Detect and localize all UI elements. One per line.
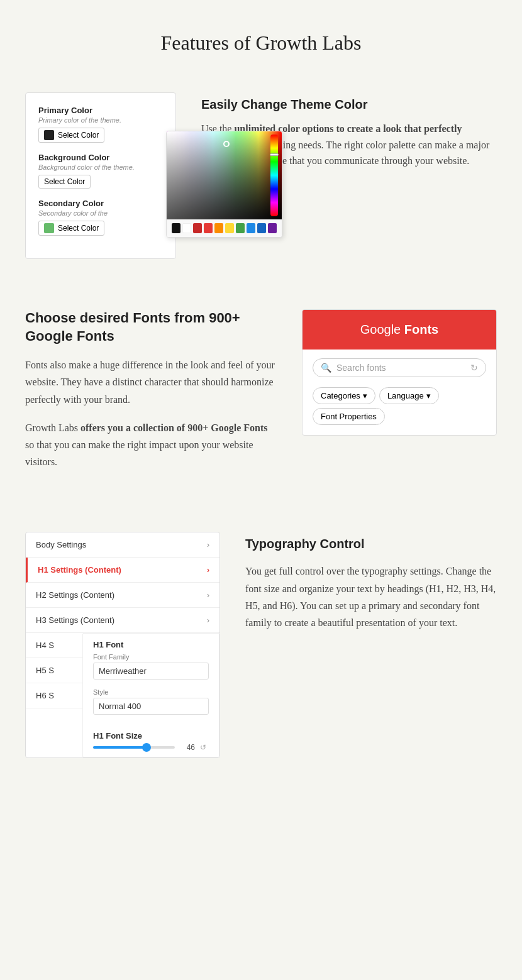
h3-settings-label: H3 Settings (Content) xyxy=(36,615,114,625)
style-field: Style Normal 400 xyxy=(83,686,219,721)
background-color-button[interactable]: Select Color xyxy=(38,175,91,189)
google-fonts-logo: Google Fonts xyxy=(360,322,439,337)
font-size-slider-row: 46 ↺ xyxy=(83,742,219,757)
h1-font-size-label: H1 Font Size xyxy=(83,725,219,742)
secondary-color-label: Secondary Color xyxy=(38,199,163,208)
section-color: Primary Color Primary color of the theme… xyxy=(0,80,522,297)
fonts-heading: Choose desired Fonts from 900+ Google Fo… xyxy=(25,309,277,345)
fonts-para2: Growth Labs offers you a collection of 9… xyxy=(25,419,277,471)
h1-section-title: H1 Font xyxy=(83,634,219,651)
h3-settings-chevron-icon: › xyxy=(207,616,209,625)
font-size-slider-fill xyxy=(93,746,147,749)
search-fonts-placeholder: Search fonts xyxy=(336,363,386,373)
h6-settings-row[interactable]: H6 S xyxy=(26,683,82,708)
background-color-btn-label: Select Color xyxy=(44,177,85,186)
typography-paragraph: You get full control over the typography… xyxy=(245,563,497,631)
typography-heading: Typography Control xyxy=(245,537,497,551)
h5-settings-row[interactable]: H5 S xyxy=(26,658,82,683)
language-chevron-icon: ▾ xyxy=(426,391,431,400)
swatch-darkred[interactable] xyxy=(193,223,202,233)
color-panel: Primary Color Primary color of the theme… xyxy=(25,92,176,259)
primary-color-button[interactable]: Select Color xyxy=(38,128,104,143)
fonts-para1: Fonts also make a huge difference in the… xyxy=(25,356,277,408)
color-picker-popup xyxy=(166,131,282,238)
primary-color-desc: Primary color of the theme. xyxy=(38,116,163,124)
reset-slider-icon[interactable]: ↺ xyxy=(200,743,209,752)
h2-settings-label: H2 Settings (Content) xyxy=(36,590,114,600)
background-color-label: Background Color xyxy=(38,153,163,162)
swatch-darkblue[interactable] xyxy=(257,223,266,233)
hue-slider[interactable] xyxy=(270,135,278,216)
secondary-color-button[interactable]: Select Color xyxy=(38,221,104,236)
h456-rows: H4 S H5 S H6 S xyxy=(26,633,82,757)
body-settings-chevron-icon: › xyxy=(207,541,209,549)
secondary-color-btn-label: Select Color xyxy=(58,224,99,233)
swatch-purple[interactable] xyxy=(268,223,277,233)
font-size-slider-track[interactable] xyxy=(93,746,175,749)
h4-settings-row[interactable]: H4 S xyxy=(26,633,82,658)
swatch-red[interactable] xyxy=(204,223,213,233)
google-fonts-header: Google Fonts xyxy=(303,310,496,350)
primary-color-label: Primary Color xyxy=(38,106,163,115)
style-select[interactable]: Normal 400 xyxy=(93,698,209,715)
font-family-field: Font Family Merriweather xyxy=(83,651,219,686)
section-typography: Body Settings › H1 Settings (Content) › … xyxy=(0,519,522,796)
color-heading: Easily Change Theme Color xyxy=(201,97,497,112)
h5-settings-label: H5 S xyxy=(36,666,54,675)
fonts-text: Choose desired Fonts from 900+ Google Fo… xyxy=(25,309,277,482)
categories-filter-button[interactable]: Categories ▾ xyxy=(313,387,375,404)
refresh-icon[interactable]: ↻ xyxy=(470,363,478,373)
typography-text: Typography Control You get full control … xyxy=(245,532,497,631)
primary-color-btn-label: Select Color xyxy=(58,131,99,140)
swatch-black[interactable] xyxy=(172,223,180,233)
h1-details-panel: H1 Font Font Family Merriweather Style N… xyxy=(82,633,219,757)
categories-chevron-icon: ▾ xyxy=(363,391,367,400)
swatch-blue[interactable] xyxy=(247,223,255,233)
typography-panel: Body Settings › H1 Settings (Content) › … xyxy=(25,532,220,758)
search-box[interactable]: 🔍 Search fonts ↻ xyxy=(313,358,486,377)
h6-settings-label: H6 S xyxy=(36,691,54,700)
body-settings-label: Body Settings xyxy=(36,540,86,549)
font-size-value: 46 xyxy=(180,743,195,752)
swatch-white[interactable] xyxy=(182,223,191,233)
background-color-row: Background Color Background color of the… xyxy=(38,153,163,189)
font-size-slider-thumb[interactable] xyxy=(142,743,151,752)
color-swatches-row xyxy=(167,219,282,237)
google-fonts-filters: Categories ▾ Language ▾ Font Properties xyxy=(303,381,496,435)
background-color-desc: Background color of the theme. xyxy=(38,163,163,171)
hue-thumb xyxy=(270,153,279,156)
google-fonts-search-area: 🔍 Search fonts ↻ xyxy=(303,350,496,381)
h-rows-with-panel: H4 S H5 S H6 S H1 Font Font Family Merri… xyxy=(26,633,219,757)
swatch-yellow[interactable] xyxy=(225,223,234,233)
font-properties-filter-button[interactable]: Font Properties xyxy=(313,408,385,425)
language-filter-button[interactable]: Language ▾ xyxy=(379,387,439,404)
secondary-color-swatch xyxy=(44,223,54,233)
google-fonts-panel: Google Fonts 🔍 Search fonts ↻ Categories… xyxy=(302,309,497,436)
secondary-color-row: Secondary Color Secondary color of the S… xyxy=(38,199,163,236)
google-fonts-logo-bold: Fonts xyxy=(404,322,438,336)
font-family-select[interactable]: Merriweather xyxy=(93,663,209,680)
h1-settings-chevron-icon: › xyxy=(207,566,209,575)
h3-settings-row[interactable]: H3 Settings (Content) › xyxy=(26,608,219,633)
swatch-orange[interactable] xyxy=(214,223,223,233)
h2-settings-row[interactable]: H2 Settings (Content) › xyxy=(26,583,219,608)
section-fonts: Choose desired Fonts from 900+ Google Fo… xyxy=(0,297,522,519)
font-family-label: Font Family xyxy=(93,653,209,661)
language-label: Language xyxy=(387,391,424,400)
h1-settings-row[interactable]: H1 Settings (Content) › xyxy=(26,558,219,583)
style-label: Style xyxy=(93,688,209,696)
body-settings-row[interactable]: Body Settings › xyxy=(26,532,219,558)
primary-color-row: Primary Color Primary color of the theme… xyxy=(38,106,163,143)
color-gradient[interactable] xyxy=(167,131,282,219)
h4-settings-label: H4 S xyxy=(36,641,54,650)
secondary-color-desc: Secondary color of the xyxy=(38,209,163,217)
h1-settings-label: H1 Settings (Content) xyxy=(38,565,121,575)
swatch-green[interactable] xyxy=(236,223,245,233)
page-title: Features of Growth Labs xyxy=(0,0,522,80)
picker-cursor xyxy=(223,141,230,147)
search-icon: 🔍 xyxy=(321,363,331,373)
primary-color-swatch xyxy=(44,130,54,140)
categories-label: Categories xyxy=(321,391,360,400)
h2-settings-chevron-icon: › xyxy=(207,591,209,600)
font-properties-label: Font Properties xyxy=(321,412,377,421)
